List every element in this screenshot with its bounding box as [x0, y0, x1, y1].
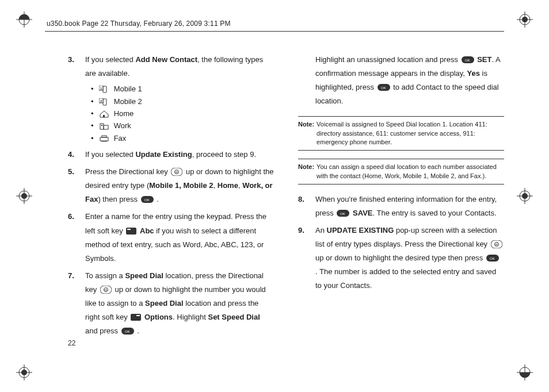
directional-key-icon: ok — [491, 239, 502, 247]
header-rule — [45, 31, 504, 32]
step-number: 6. — [68, 210, 74, 224]
left-column: 3. If you selected Add New Contact, the … — [68, 53, 274, 352]
step-number: 4. — [68, 148, 74, 162]
text: and press — [85, 326, 120, 335]
directional-key-icon: ok — [171, 167, 182, 175]
svg-text:OK: OK — [340, 212, 345, 216]
text: . — [157, 195, 159, 203]
svg-text:ok: ok — [104, 289, 108, 291]
text: , proceed to step 9. — [192, 150, 256, 159]
step-number: 7. — [68, 269, 74, 283]
registration-mark-icon — [517, 364, 533, 381]
content-columns: 3. If you selected Add New Contact, the … — [68, 53, 504, 352]
registration-mark-icon — [16, 364, 32, 381]
page-header-text: u350.book Page 22 Thursday, February 26,… — [47, 20, 231, 28]
text: . The entry is saved to your Contacts. — [372, 209, 496, 217]
text-bold: Update Existing — [135, 150, 192, 159]
svg-rect-41 — [127, 229, 131, 230]
svg-rect-46 — [136, 315, 140, 316]
svg-text:OK: OK — [144, 198, 150, 202]
svg-rect-29 — [100, 124, 104, 129]
svg-point-10 — [21, 193, 27, 199]
step-9: 9. An UPDATE EXISTING pop-up screen with… — [298, 224, 504, 293]
registration-mark-icon — [517, 11, 533, 28]
svg-rect-28 — [103, 115, 105, 117]
ok-key-icon: OK — [121, 325, 134, 332]
registration-mark-icon — [16, 11, 32, 28]
registration-mark-icon — [517, 188, 533, 204]
fax-icon — [99, 134, 109, 141]
label: Mobile 1 — [114, 84, 142, 93]
svg-point-14 — [522, 193, 528, 199]
ok-key-icon: OK — [141, 194, 154, 201]
svg-point-6 — [522, 17, 528, 22]
step-4: 4. If you selected Update Existing, proc… — [68, 148, 274, 162]
note-label: Note: — [298, 120, 314, 147]
svg-text:OK: OK — [381, 86, 386, 90]
svg-text:ok: ok — [176, 171, 179, 174]
ok-key-icon: OK — [337, 207, 349, 214]
text-bold: Abc — [140, 226, 154, 235]
note-text: Voicemail is assigned to Speed Dial loca… — [317, 120, 504, 147]
step-5: 5. Press the Directional key ok up or do… — [68, 165, 274, 206]
svg-text:ok: ok — [495, 243, 498, 246]
contact-type-item: Home — [91, 107, 274, 120]
text: . The number is added to the selected en… — [315, 267, 496, 290]
step-number: 9. — [298, 224, 304, 237]
svg-text:OK: OK — [490, 257, 495, 260]
right-column: Highlight an unassigned location and pre… — [298, 53, 504, 352]
mobile1-icon: 1 — [99, 84, 109, 92]
contact-type-item: Fax — [91, 132, 274, 144]
text: Highlight an unassigned location and pre… — [315, 55, 460, 64]
svg-rect-22 — [103, 86, 106, 93]
directional-key-icon: ok — [100, 285, 112, 293]
note-1: Note: Voicemail is assigned to Speed Dia… — [298, 116, 504, 151]
ok-key-icon: OK — [462, 54, 474, 61]
label: Work — [114, 121, 131, 130]
text: . Highlight — [173, 313, 208, 321]
right-soft-key-icon — [131, 312, 141, 318]
step-6: 6. Enter a name for the entry using the … — [68, 210, 274, 265]
text: If you selected — [85, 55, 135, 64]
home-icon — [99, 109, 109, 117]
svg-rect-30 — [104, 125, 108, 129]
svg-rect-32 — [100, 137, 108, 141]
ok-key-icon: OK — [486, 252, 499, 259]
page-number: 22 — [68, 339, 75, 347]
note-2: Note: You can assign a speed dial locati… — [298, 159, 504, 185]
text: ) then press — [98, 195, 139, 203]
step-3: 3. If you selected Add New Contact, the … — [68, 53, 274, 144]
svg-text:OK: OK — [465, 59, 470, 62]
ok-key-icon: OK — [378, 82, 390, 89]
text: To assign a — [85, 271, 125, 280]
step-number: 8. — [298, 193, 304, 206]
text: . — [137, 326, 139, 335]
contact-type-item: Work — [91, 120, 274, 132]
svg-point-18 — [21, 370, 27, 375]
text: up or down to highlight the desired type… — [315, 253, 485, 262]
svg-rect-31 — [101, 125, 102, 126]
left-soft-key-icon — [126, 225, 136, 232]
text-bold: Add New Contact — [135, 55, 197, 64]
contact-type-item: 2 Mobile 2 — [91, 95, 274, 107]
text: An — [315, 226, 327, 235]
registration-mark-icon — [16, 188, 32, 204]
label: Home — [114, 109, 134, 118]
step-number: 5. — [68, 165, 74, 179]
step-8: 8. When you're finished entering informa… — [298, 193, 504, 220]
step-number: 3. — [68, 53, 74, 67]
text: If you selected — [85, 150, 135, 159]
svg-rect-25 — [103, 99, 106, 105]
label: Fax — [114, 134, 127, 143]
contact-type-item: 1 Mobile 1 — [91, 83, 274, 95]
text: Press the Directional key — [85, 167, 170, 176]
svg-rect-45 — [131, 314, 141, 321]
step-7: 7. To assign a Speed Dial location, pres… — [68, 269, 274, 338]
svg-rect-40 — [126, 228, 136, 235]
svg-text:OK: OK — [125, 329, 130, 333]
svg-rect-33 — [102, 136, 106, 137]
work-icon — [99, 121, 109, 129]
step-7-continuation: Highlight an unassigned location and pre… — [298, 53, 504, 108]
mobile2-icon: 2 — [99, 97, 109, 105]
note-label: Note: — [298, 163, 314, 180]
